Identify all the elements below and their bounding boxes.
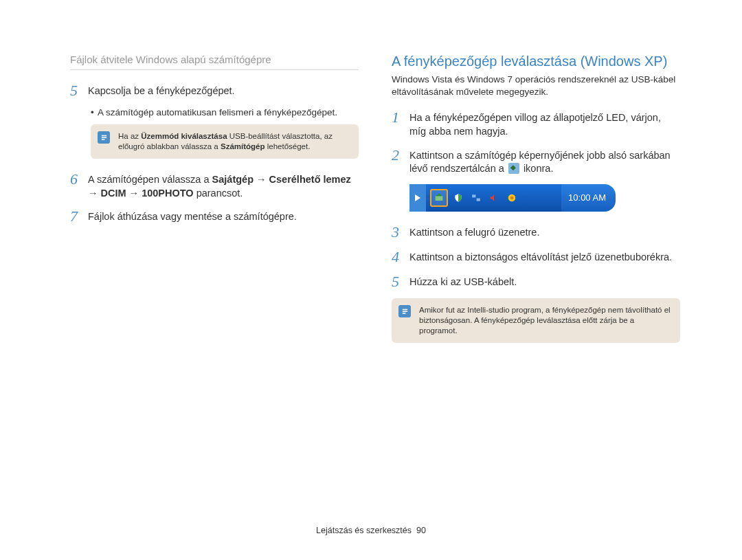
- right-column: A fényképezőgép leválasztása (Windows XP…: [392, 54, 680, 355]
- step-text: A számítógépen válassza a Sajátgép → Cse…: [88, 171, 359, 200]
- note-icon: [98, 131, 110, 144]
- step-number: 5: [70, 82, 88, 99]
- step-number: 5: [392, 273, 409, 290]
- step-text: Kattintson a számítógép képernyőjének jo…: [409, 147, 680, 176]
- tray-updates-icon: [504, 190, 519, 205]
- step-text: Kapcsolja be a fényképezőgépet.: [88, 82, 235, 98]
- tray-icons: [426, 184, 561, 212]
- note-icon: [398, 305, 411, 317]
- system-tray-screenshot: 10:00 AM: [409, 184, 616, 212]
- note-box-right: Amikor fut az Intelli-studio program, a …: [392, 298, 680, 343]
- tray-volume-icon: [486, 190, 502, 205]
- svg-rect-2: [472, 194, 475, 197]
- step-5-right: 5 Húzza ki az USB-kábelt.: [392, 273, 680, 290]
- page-content: Fájlok átvitele Windows alapú számítógép…: [0, 0, 742, 383]
- step-text: Húzza ki az USB-kábelt.: [409, 273, 517, 289]
- step-text: Kattintson a biztonságos eltávolítást je…: [409, 249, 672, 265]
- svg-rect-0: [436, 196, 443, 201]
- svg-rect-3: [477, 198, 480, 201]
- step-7: 7 Fájlok áthúzása vagy mentése a számító…: [70, 208, 359, 225]
- note-box-left: Ha az Üzemmód kiválasztása USB-beállítás…: [91, 124, 359, 159]
- step-number: 3: [392, 224, 409, 240]
- step-2: 2 Kattintson a számítógép képernyőjének …: [392, 147, 680, 176]
- svg-marker-1: [436, 193, 442, 196]
- step-text: Fájlok áthúzása vagy mentése a számítógé…: [88, 208, 297, 224]
- step-5-sub: A számítógép automatikusan felismeri a f…: [91, 107, 359, 117]
- tray-arrow-icon: [409, 184, 426, 212]
- tray-network-icon: [469, 190, 484, 205]
- intro-text: Windows Vista és Windows 7 operációs ren…: [392, 74, 680, 98]
- svg-point-5: [510, 196, 514, 199]
- section-title: A fényképezőgép leválasztása (Windows XP…: [392, 54, 680, 69]
- step-5: 5 Kapcsolja be a fényképezőgépet.: [70, 82, 359, 99]
- tray-safely-remove-icon: [430, 189, 448, 207]
- left-column: Fájlok átvitele Windows alapú számítógép…: [70, 54, 359, 355]
- note-text: Amikor fut az Intelli-studio program, a …: [419, 306, 671, 335]
- step-4: 4 Kattintson a biztonságos eltávolítást …: [392, 249, 680, 265]
- breadcrumb: Fájlok átvitele Windows alapú számítógép…: [70, 54, 359, 70]
- step-number: 4: [392, 249, 409, 265]
- step-number: 1: [392, 109, 409, 126]
- tray-shield-icon: [451, 190, 466, 205]
- step-6: 6 A számítógépen válassza a Sajátgép → C…: [70, 171, 359, 200]
- step-number: 6: [70, 171, 88, 188]
- step-number: 7: [70, 208, 88, 225]
- step-3: 3 Kattintson a felugró üzenetre.: [392, 224, 680, 240]
- step-1: 1 Ha a fényképezőgépen villog az állapot…: [392, 109, 680, 138]
- tray-clock: 10:00 AM: [561, 184, 616, 212]
- page-footer: Lejátszás és szerkesztés 90: [0, 526, 742, 535]
- note-text: Ha az Üzemmód kiválasztása USB-beállítás…: [118, 132, 333, 150]
- step-number: 2: [392, 147, 409, 164]
- safely-remove-icon: [508, 163, 519, 174]
- step-text: Kattintson a felugró üzenetre.: [409, 224, 539, 240]
- step-text: Ha a fényképezőgépen villog az állapotje…: [409, 109, 680, 138]
